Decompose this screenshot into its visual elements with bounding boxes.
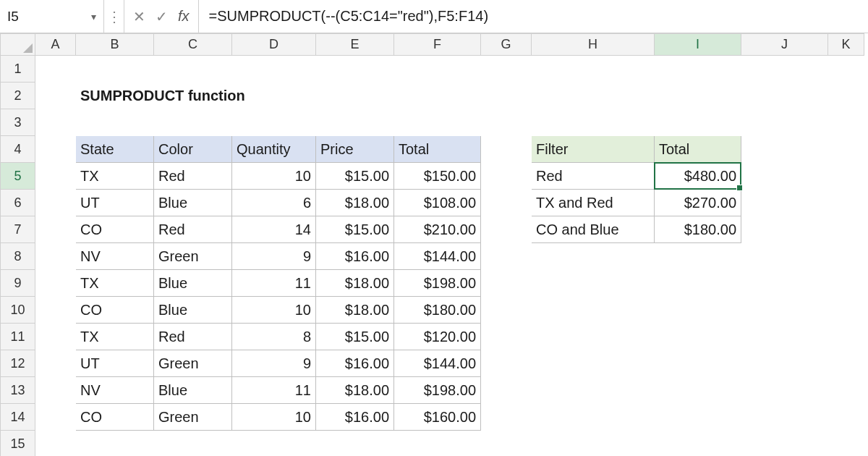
cell-F12[interactable]: $144.00 — [394, 350, 481, 377]
cell-B5[interactable]: TX — [76, 163, 154, 190]
cell-F11[interactable]: $120.00 — [394, 324, 481, 350]
cell-C3[interactable] — [154, 109, 232, 136]
cell-A8[interactable] — [35, 243, 76, 270]
cell-E5[interactable]: $15.00 — [316, 163, 394, 190]
cell-I13[interactable] — [655, 377, 741, 404]
cell-J8[interactable] — [741, 243, 828, 270]
chevron-down-icon[interactable]: ▾ — [91, 11, 96, 22]
cell-E9[interactable]: $18.00 — [316, 270, 394, 297]
cell-J2[interactable] — [741, 83, 828, 109]
cell-G15[interactable] — [481, 431, 532, 457]
cell-J6[interactable] — [741, 190, 828, 216]
cell-B2[interactable]: SUMPRODUCT function — [76, 83, 394, 109]
column-header-K[interactable]: K — [828, 34, 864, 56]
cell-A11[interactable] — [35, 324, 76, 350]
cell-E3[interactable] — [316, 109, 394, 136]
cell-D13[interactable]: 11 — [232, 377, 316, 404]
cell-J4[interactable] — [741, 136, 828, 163]
cell-J13[interactable] — [741, 377, 828, 404]
cell-H3[interactable] — [532, 109, 655, 136]
cell-K11[interactable] — [828, 324, 864, 350]
column-header-E[interactable]: E — [316, 34, 394, 56]
cell-C10[interactable]: Blue — [154, 297, 232, 324]
cell-A7[interactable] — [35, 216, 76, 243]
cell-K14[interactable] — [828, 404, 864, 431]
fx-icon[interactable]: fx — [178, 8, 190, 25]
row-header-14[interactable]: 14 — [1, 404, 35, 431]
name-box[interactable]: I5 ▾ — [0, 0, 104, 33]
cell-K12[interactable] — [828, 350, 864, 377]
cell-D9[interactable]: 11 — [232, 270, 316, 297]
cell-K3[interactable] — [828, 109, 864, 136]
cell-I14[interactable] — [655, 404, 741, 431]
cell-E11[interactable]: $15.00 — [316, 324, 394, 350]
cell-J5[interactable] — [741, 163, 828, 190]
column-header-C[interactable]: C — [154, 34, 232, 56]
cell-C6[interactable]: Blue — [154, 190, 232, 216]
cell-A6[interactable] — [35, 190, 76, 216]
cell-C8[interactable]: Green — [154, 243, 232, 270]
cell-B15[interactable] — [76, 431, 154, 457]
cell-G9[interactable] — [481, 270, 532, 297]
row-header-10[interactable]: 10 — [1, 297, 35, 324]
cell-G8[interactable] — [481, 243, 532, 270]
cell-F15[interactable] — [394, 431, 481, 457]
cell-I11[interactable] — [655, 324, 741, 350]
cell-C14[interactable]: Green — [154, 404, 232, 431]
cell-A5[interactable] — [35, 163, 76, 190]
cell-A2[interactable] — [35, 83, 76, 109]
cell-C7[interactable]: Red — [154, 216, 232, 243]
cell-A3[interactable] — [35, 109, 76, 136]
cell-I6[interactable]: $270.00 — [655, 190, 741, 216]
cell-K1[interactable] — [828, 56, 864, 83]
cell-I2[interactable] — [655, 83, 741, 109]
cell-H7[interactable]: CO and Blue — [532, 216, 655, 243]
cell-D3[interactable] — [232, 109, 316, 136]
cell-I12[interactable] — [655, 350, 741, 377]
cell-G10[interactable] — [481, 297, 532, 324]
cell-I7[interactable]: $180.00 — [655, 216, 741, 243]
cell-J9[interactable] — [741, 270, 828, 297]
cell-F7[interactable]: $210.00 — [394, 216, 481, 243]
row-header-7[interactable]: 7 — [1, 216, 35, 243]
cell-C11[interactable]: Red — [154, 324, 232, 350]
cell-K8[interactable] — [828, 243, 864, 270]
cell-J3[interactable] — [741, 109, 828, 136]
cell-G2[interactable] — [481, 83, 532, 109]
cell-C5[interactable]: Red — [154, 163, 232, 190]
cancel-icon[interactable]: ✕ — [133, 9, 145, 24]
cell-H6[interactable]: TX and Red — [532, 190, 655, 216]
cell-B6[interactable]: UT — [76, 190, 154, 216]
cell-K9[interactable] — [828, 270, 864, 297]
cell-F2[interactable] — [394, 83, 481, 109]
cell-D8[interactable]: 9 — [232, 243, 316, 270]
cell-D6[interactable]: 6 — [232, 190, 316, 216]
cell-B10[interactable]: CO — [76, 297, 154, 324]
cell-F5[interactable]: $150.00 — [394, 163, 481, 190]
cell-B13[interactable]: NV — [76, 377, 154, 404]
cell-D7[interactable]: 14 — [232, 216, 316, 243]
cell-B9[interactable]: TX — [76, 270, 154, 297]
cell-H5[interactable]: Red — [532, 163, 655, 190]
cell-E4[interactable]: Price — [316, 136, 394, 163]
cell-F4[interactable]: Total — [394, 136, 481, 163]
cell-B3[interactable] — [76, 109, 154, 136]
cell-A14[interactable] — [35, 404, 76, 431]
cell-G5[interactable] — [481, 163, 532, 190]
cell-K6[interactable] — [828, 190, 864, 216]
cell-J10[interactable] — [741, 297, 828, 324]
row-header-6[interactable]: 6 — [1, 190, 35, 216]
column-header-H[interactable]: H — [532, 34, 655, 56]
cell-C13[interactable]: Blue — [154, 377, 232, 404]
cell-E10[interactable]: $18.00 — [316, 297, 394, 324]
cell-F14[interactable]: $160.00 — [394, 404, 481, 431]
cell-D11[interactable]: 8 — [232, 324, 316, 350]
column-header-D[interactable]: D — [232, 34, 316, 56]
cell-C4[interactable]: Color — [154, 136, 232, 163]
cell-F1[interactable] — [394, 56, 481, 83]
column-header-J[interactable]: J — [741, 34, 828, 56]
cell-G12[interactable] — [481, 350, 532, 377]
cell-G3[interactable] — [481, 109, 532, 136]
cell-C1[interactable] — [154, 56, 232, 83]
row-header-8[interactable]: 8 — [1, 243, 35, 270]
